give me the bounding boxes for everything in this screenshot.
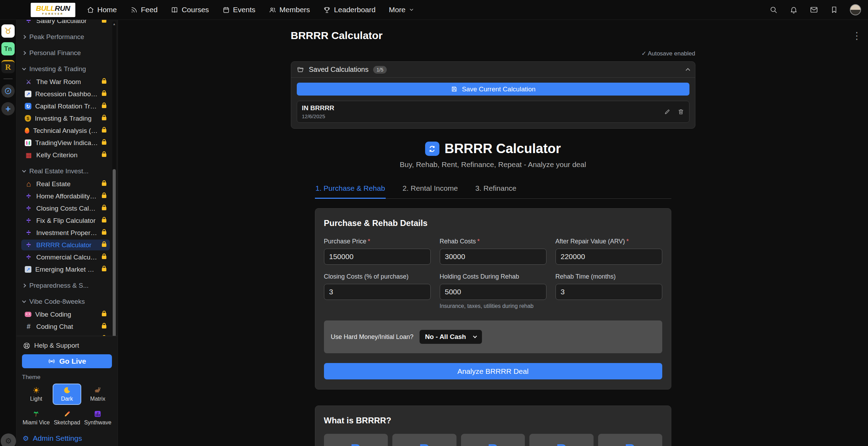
sidebar-section-peak-performance[interactable]: Peak Performance	[21, 32, 110, 42]
lock-icon	[102, 195, 106, 198]
saved-calculations-header[interactable]: Saved Calculations 1/5	[291, 62, 695, 78]
app-root: BULLRUN FOREVER HomeFeedCoursesEventsMem…	[0, 0, 868, 446]
nav-item-events[interactable]: Events	[222, 6, 255, 14]
mail-icon[interactable]	[809, 6, 818, 14]
theme-option-synthwave[interactable]: Synthwave	[84, 407, 112, 429]
go-live-button[interactable]: Go Live	[22, 354, 112, 368]
sidebar-item-vibe-coding[interactable]: Vibe Coding	[21, 309, 110, 320]
chart-up-icon: ↗	[25, 91, 31, 97]
scrollbar-thumb[interactable]	[113, 169, 116, 336]
help-support-button[interactable]: Help & Support	[22, 340, 112, 351]
r-workspace-icon[interactable]: R	[1, 60, 15, 73]
sidebar-section-vibe-code-8weeks[interactable]: Vibe Code-8weeks	[21, 296, 110, 307]
logo-tagline: FOREVER	[42, 13, 64, 15]
chevron-down-icon	[22, 299, 26, 303]
nav-item-members[interactable]: Members	[269, 6, 310, 14]
lock-icon	[102, 268, 106, 271]
holding-costs-during-rehab-input[interactable]	[440, 284, 546, 300]
sidebar-item-closing-costs-calculator[interactable]: ÷Closing Costs Calculator	[21, 203, 110, 214]
theme-option-matrix[interactable]: Matrix	[84, 384, 112, 405]
calculator-tabs: 1. Purchase & Rehab2. Rental Income3. Re…	[315, 181, 671, 199]
theme-option-miami-vice[interactable]: Miami Vice	[22, 407, 50, 429]
rehab-time-months-input[interactable]	[556, 284, 662, 300]
scrollbar-up-arrow[interactable]: ▲	[112, 22, 116, 26]
sidebar-scrollbar[interactable]: ▲ ▼	[112, 21, 116, 336]
sidebar-item-home-affordability-calc[interactable]: ÷Home Affordability Calc...	[21, 191, 110, 202]
sidebar-item-the-war-room[interactable]: ⚔The War Room	[21, 76, 110, 87]
save-current-calculation-button[interactable]: Save Current Calculation	[297, 83, 689, 96]
sidebar-item-fix-flip-calculator[interactable]: ÷Fix & Flip Calculator	[21, 215, 110, 226]
delete-trash-icon[interactable]	[678, 108, 684, 115]
purchase-rehab-card: Purchase & Rehab Details Purchase Price*…	[315, 208, 671, 390]
nav-item-home[interactable]: Home	[86, 6, 117, 14]
sidebar-item-emerging-market-oppor[interactable]: ↗Emerging Market Oppor...	[21, 264, 110, 275]
lifebuoy-icon	[23, 342, 30, 349]
bullrun-logo[interactable]: BULLRUN FOREVER	[31, 3, 75, 17]
sidebar-item-commercial-calculator[interactable]: ÷Commercial Calculator	[21, 252, 110, 263]
sidebar-item-label: Technical Analysis (TA)	[33, 127, 98, 135]
theme-option-label: Synthwave	[84, 419, 111, 426]
tab-1-purchase-rehab[interactable]: 1. Purchase & Rehab	[315, 181, 386, 199]
add-workspace-icon[interactable]: +	[1, 102, 15, 115]
brrrr-card-letter: R	[533, 442, 590, 446]
bullrun-app-icon[interactable]: ♉	[1, 24, 15, 38]
sidebar-item-label: Investing & Trading	[35, 115, 92, 122]
save-button-label: Save Current Calculation	[462, 85, 535, 93]
sidebar-item-recession-dashboard-v2[interactable]: ↗Recession Dashboard V2	[21, 89, 110, 99]
nav-item-label: Courses	[182, 6, 209, 14]
sidebar-section-personal-finance[interactable]: Personal Finance	[21, 48, 110, 58]
sidebar-item-capital-rotation-tracker[interactable]: ↻Capital Rotation Tracker	[21, 101, 110, 112]
ox-icon	[94, 386, 101, 394]
lock-icon	[102, 153, 106, 157]
divide-icon: ÷	[25, 20, 32, 25]
sidebar-item-kelly-criterion[interactable]: ▦Kelly Criterion	[21, 150, 110, 160]
sidebar-item-investing-trading[interactable]: $Investing & Trading	[21, 113, 110, 124]
bell-icon[interactable]	[789, 6, 798, 14]
page-title: BRRRR Calculator	[291, 30, 695, 41]
sidebar-item-code-threads[interactable]: Code Threads	[21, 333, 110, 336]
chevron-up-icon[interactable]	[686, 68, 690, 73]
tab-3-refinance[interactable]: 3. Refinance	[475, 181, 517, 198]
nav-item-feed[interactable]: Feed	[130, 6, 158, 14]
tn-workspace-icon[interactable]: Tn	[1, 42, 15, 55]
page-kebab-menu-icon[interactable]: ⋮	[852, 33, 862, 39]
rail-settings-gear-icon[interactable]: ⚙	[1, 433, 16, 446]
field-label: Closing Costs (% of purchase)	[324, 273, 431, 280]
theme-option-dark[interactable]: Dark	[53, 384, 81, 405]
gear-icon: ⚙	[23, 435, 29, 442]
sidebar-item-real-estate[interactable]: ⌂Real Estate	[21, 179, 110, 189]
admin-settings-link[interactable]: ⚙ Admin Settings	[22, 433, 112, 444]
theme-option-light[interactable]: Light	[22, 384, 50, 405]
sidebar-item-coding-chat[interactable]: #Coding Chat	[21, 321, 110, 332]
sidebar-item-salary-calculator[interactable]: ÷Salary Calculator	[21, 20, 110, 26]
bookmark-icon[interactable]	[830, 6, 839, 14]
sidebar-item-investment-property-an[interactable]: ÷Investment Property An...	[21, 227, 110, 238]
search-icon[interactable]	[769, 6, 778, 14]
user-avatar[interactable]	[850, 4, 861, 15]
edit-pencil-icon[interactable]	[664, 108, 671, 115]
sidebar-item-label: Salary Calculator	[36, 20, 87, 25]
lock-icon	[102, 117, 106, 120]
analyze-brrrr-deal-button[interactable]: Analyze BRRRR Deal	[324, 363, 662, 379]
nav-item-leaderboard[interactable]: Leaderboard	[323, 6, 376, 14]
hard-money-select[interactable]: No - All Cash	[420, 330, 482, 344]
chevron-down-icon	[409, 7, 414, 13]
sidebar-item-brrrr-calculator[interactable]: ÷BRRRR Calculator	[21, 240, 110, 250]
sidebar-section-preparedness-s[interactable]: Preparedness & S...	[21, 280, 110, 291]
theme-option-sketchpad[interactable]: Sketchpad	[53, 407, 81, 429]
hard-money-label: Use Hard Money/Initial Loan?	[331, 333, 414, 341]
sidebar-item-tradingview-indicators[interactable]: TradingView Indicators	[21, 137, 110, 148]
sidebar-section-investing-trading[interactable]: Investing & Trading	[21, 64, 110, 74]
sidebar-item-label: Home Affordability Calc...	[36, 192, 98, 200]
rehab-costs-input[interactable]	[440, 249, 546, 265]
nav-item-more[interactable]: More	[389, 6, 414, 14]
nav-item-courses[interactable]: Courses	[171, 6, 209, 14]
saved-calculation-row[interactable]: IN BRRRR12/6/2025	[297, 101, 689, 123]
sidebar-section-real-estate-invest[interactable]: Real Estate Invest...	[21, 166, 110, 176]
tab-2-rental-income[interactable]: 2. Rental Income	[402, 181, 459, 198]
sidebar-item-technical-analysis-ta[interactable]: Technical Analysis (TA)	[21, 125, 110, 136]
after-repair-value-arv-input[interactable]	[556, 249, 662, 265]
closing-costs-of-purchase-input[interactable]	[324, 284, 431, 300]
discover-compass-icon[interactable]	[1, 84, 15, 98]
purchase-price-input[interactable]	[324, 249, 431, 265]
